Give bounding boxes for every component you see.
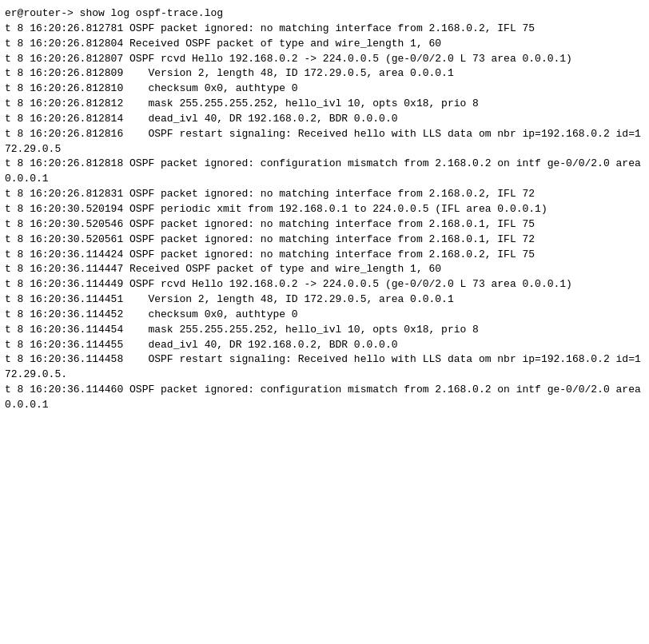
terminal-line: t 8 16:20:26.812816 OSPF restart signali… bbox=[5, 127, 644, 157]
terminal-line: t 8 16:20:26.812804 Received OSPF packet… bbox=[5, 37, 644, 52]
terminal-line: t 8 16:20:36.114454 mask 255.255.255.252… bbox=[5, 323, 644, 338]
terminal-line: t 8 16:20:36.114447 Received OSPF packet… bbox=[5, 262, 644, 277]
terminal-line: t 8 16:20:30.520194 OSPF periodic xmit f… bbox=[5, 202, 644, 217]
terminal-line: t 8 16:20:36.114455 dead_ivl 40, DR 192.… bbox=[5, 338, 644, 353]
terminal-line: t 8 16:20:30.520546 OSPF packet ignored:… bbox=[5, 217, 644, 233]
terminal-line: t 8 16:20:36.114449 OSPF rcvd Hello 192.… bbox=[5, 277, 644, 292]
terminal-line: er@router-> show log ospf-trace.log bbox=[5, 6, 644, 22]
terminal-line: t 8 16:20:26.812809 Version 2, length 48… bbox=[5, 66, 644, 81]
terminal-line: t 8 16:20:26.812812 mask 255.255.255.252… bbox=[5, 97, 644, 112]
terminal-line: t 8 16:20:26.812810 checksum 0x0, authty… bbox=[5, 81, 644, 97]
terminal-line: t 8 16:20:26.812807 OSPF rcvd Hello 192.… bbox=[5, 52, 644, 67]
terminal-line: t 8 16:20:36.114452 checksum 0x0, authty… bbox=[5, 308, 644, 323]
terminal-line: t 8 16:20:36.114424 OSPF packet ignored:… bbox=[5, 248, 644, 263]
terminal-line: t 8 16:20:26.812814 dead_ivl 40, DR 192.… bbox=[5, 112, 644, 127]
terminal-line: t 8 16:20:36.114460 OSPF packet ignored:… bbox=[5, 383, 644, 413]
terminal-line: t 8 16:20:26.812831 OSPF packet ignored:… bbox=[5, 187, 644, 202]
terminal-line: t 8 16:20:26.812818 OSPF packet ignored:… bbox=[5, 157, 644, 187]
terminal-line: t 8 16:20:26.812781 OSPF packet ignored:… bbox=[5, 22, 644, 37]
terminal-line: t 8 16:20:36.114458 OSPF restart signali… bbox=[5, 352, 644, 383]
terminal-line: t 8 16:20:30.520561 OSPF packet ignored:… bbox=[5, 233, 644, 248]
terminal-line: t 8 16:20:36.114451 Version 2, length 48… bbox=[5, 292, 644, 308]
terminal-output: er@router-> show log ospf-trace.logt 8 1… bbox=[0, 0, 649, 644]
